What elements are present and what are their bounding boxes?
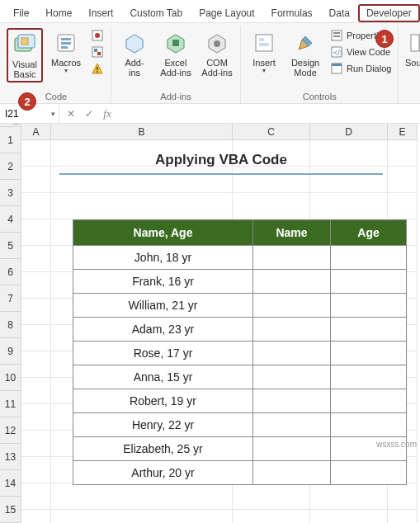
cell-name[interactable]	[253, 342, 331, 365]
table-row[interactable]: Henry, 22 yr	[73, 413, 407, 437]
row-header[interactable]: 3	[0, 180, 21, 206]
cell-nameage[interactable]: Arthur, 20 yr	[73, 461, 253, 485]
cell-nameage[interactable]: Rose, 17 yr	[73, 342, 253, 365]
record-macro-button[interactable]	[89, 28, 106, 43]
row-header[interactable]: 14	[0, 470, 21, 497]
view-code-icon: </>	[330, 45, 343, 59]
row-header[interactable]: 13	[0, 444, 21, 470]
source-button[interactable]: Source	[403, 28, 420, 69]
table-row[interactable]: Rose, 17 yr	[73, 342, 407, 365]
cell-nameage[interactable]: Elizabeth, 25 yr	[73, 437, 253, 461]
table-row[interactable]: Anna, 15 yr	[73, 365, 407, 389]
tab-data[interactable]: Data	[321, 4, 358, 22]
cell-nameage[interactable]: Frank, 16 yr	[73, 270, 253, 294]
col-header[interactable]: E	[388, 124, 418, 140]
cell-name[interactable]	[253, 246, 331, 270]
cell-age[interactable]	[331, 246, 407, 270]
visual-basic-button[interactable]: Visual Basic	[7, 28, 43, 82]
row-header[interactable]: 9	[0, 338, 21, 365]
cell-name[interactable]	[253, 294, 331, 318]
worksheet[interactable]: 1 2 3 4 5 6 7 8 9 10 11 12 13 14 15 A B …	[0, 124, 420, 523]
row-header[interactable]: 7	[0, 285, 21, 312]
col-header[interactable]: A	[21, 124, 51, 140]
svg-rect-22	[259, 38, 264, 41]
enter-formula-icon[interactable]: ✓	[83, 108, 96, 120]
cell-age[interactable]	[331, 389, 407, 413]
cell-nameage[interactable]: Henry, 22 yr	[73, 413, 253, 437]
header-name: Name	[253, 220, 331, 246]
cell-name[interactable]	[253, 437, 331, 461]
tab-formulas[interactable]: Formulas	[263, 4, 321, 22]
table-row[interactable]: Arthur, 20 yr	[73, 461, 407, 485]
table-row[interactable]: Robert, 19 yr	[73, 389, 407, 413]
cell-nameage[interactable]: William, 21 yr	[73, 294, 253, 318]
table-row[interactable]: Adam, 23 yr	[73, 318, 407, 342]
tab-page-layout[interactable]: Page Layout	[191, 4, 262, 22]
select-all-corner[interactable]	[0, 124, 21, 127]
svg-rect-31	[332, 64, 342, 66]
macro-security-button[interactable]	[89, 61, 106, 76]
cell-name[interactable]	[253, 389, 331, 413]
cell-nameage[interactable]: Anna, 15 yr	[73, 365, 253, 389]
row-header[interactable]: 11	[0, 391, 21, 417]
col-header[interactable]: D	[310, 124, 388, 140]
cell-age[interactable]	[331, 270, 407, 294]
addins-label: Add- ins	[125, 58, 144, 78]
cell-age[interactable]	[331, 342, 407, 365]
excel-addins-button[interactable]: Excel Add-ins	[158, 28, 194, 79]
macros-button[interactable]: Macros ▾	[48, 28, 84, 77]
cell-name[interactable]	[253, 365, 331, 389]
fx-icon[interactable]: fx	[101, 107, 114, 120]
tab-custom[interactable]: Custom Tab	[121, 4, 191, 22]
run-dialog-button[interactable]: Run Dialog	[328, 61, 393, 76]
col-header[interactable]: C	[233, 124, 310, 140]
row-header[interactable]: 2	[0, 153, 21, 180]
row-header[interactable]: 8	[0, 312, 21, 338]
row-header[interactable]: 5	[0, 233, 21, 259]
svg-rect-27	[333, 35, 340, 37]
row-header[interactable]: 4	[0, 206, 21, 233]
svg-rect-17	[172, 40, 179, 46]
table-row[interactable]: John, 18 yr	[73, 246, 407, 270]
tab-home[interactable]: Home	[37, 4, 80, 22]
table-row[interactable]: Frank, 16 yr	[73, 270, 407, 294]
cell-age[interactable]	[331, 365, 407, 389]
svg-rect-21	[259, 43, 269, 46]
tab-file[interactable]: File	[5, 4, 37, 22]
svg-text:</>: </>	[333, 49, 342, 57]
addins-button[interactable]: Add- ins	[116, 28, 153, 79]
tab-insert[interactable]: Insert	[80, 4, 121, 22]
cell-nameage[interactable]: Robert, 19 yr	[73, 389, 253, 413]
tab-developer[interactable]: Developer	[358, 4, 420, 22]
cell-name[interactable]	[253, 461, 331, 485]
com-addins-button[interactable]: COM Add-ins	[199, 28, 235, 79]
cell-age[interactable]	[331, 294, 407, 318]
cell-age[interactable]	[331, 461, 407, 485]
run-dialog-label: Run Dialog	[347, 64, 391, 73]
cell-name[interactable]	[253, 318, 331, 342]
row-header[interactable]: 10	[0, 365, 21, 391]
table-row[interactable]: Elizabeth, 25 yr	[73, 437, 407, 461]
table-row[interactable]: William, 21 yr	[73, 294, 407, 318]
col-header[interactable]: B	[51, 124, 233, 140]
row-header[interactable]: 12	[0, 417, 21, 444]
cell-nameage[interactable]: John, 18 yr	[73, 246, 253, 270]
row-header[interactable]: 6	[0, 259, 21, 285]
svg-rect-5	[61, 42, 71, 45]
design-mode-button[interactable]: Design Mode	[287, 28, 323, 79]
insert-control-button[interactable]: Insert ▾	[246, 28, 282, 77]
formula-input[interactable]	[119, 106, 366, 122]
cell-age[interactable]	[331, 413, 407, 437]
cell-age[interactable]	[331, 318, 407, 342]
excel-addins-label: Excel Add-ins	[160, 58, 191, 78]
row-header[interactable]: 1	[0, 127, 21, 153]
cell-nameage[interactable]: Adam, 23 yr	[73, 318, 253, 342]
svg-point-8	[95, 33, 100, 38]
cell-name[interactable]	[253, 413, 331, 437]
title-underline	[59, 173, 383, 175]
cell-name[interactable]	[253, 270, 331, 294]
use-relative-refs-button[interactable]	[89, 45, 106, 59]
row-header[interactable]: 15	[0, 497, 21, 523]
cancel-formula-icon[interactable]: ✕	[64, 108, 78, 120]
svg-rect-14	[97, 71, 98, 73]
